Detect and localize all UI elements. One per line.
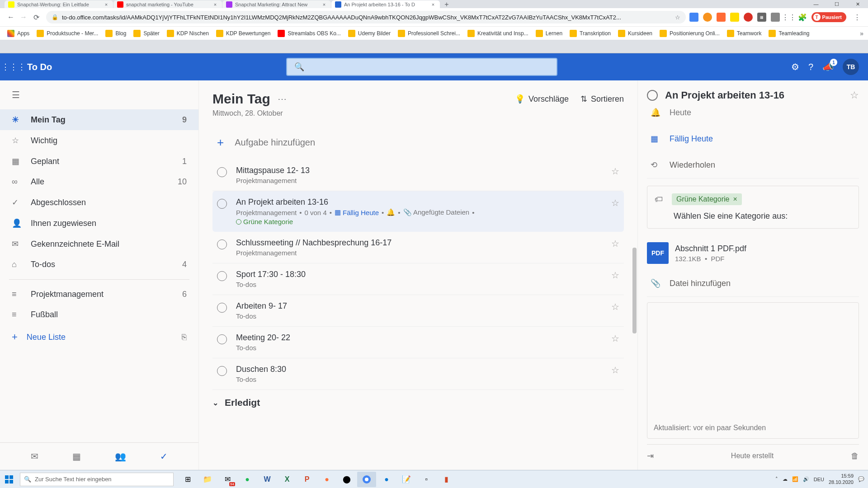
done-section-header[interactable]: ⌄Erledigt bbox=[212, 390, 624, 415]
close-window-button[interactable]: ✕ bbox=[847, 0, 868, 8]
reminder-text[interactable]: Heute bbox=[670, 108, 691, 117]
complete-checkbox[interactable] bbox=[647, 90, 658, 101]
complete-checkbox[interactable] bbox=[217, 334, 227, 344]
ext-puzzle-icon[interactable]: 🧩 bbox=[798, 13, 807, 22]
sidebar-item-important[interactable]: ☆Wichtig bbox=[0, 130, 198, 151]
notepad-icon[interactable]: 📝 bbox=[397, 472, 416, 487]
more-icon[interactable]: ⋯ bbox=[278, 94, 287, 104]
todo-icon[interactable]: ✓ bbox=[160, 451, 168, 462]
sidebar-item-completed[interactable]: ✓Abgeschlossen bbox=[0, 192, 198, 213]
complete-checkbox[interactable] bbox=[217, 239, 227, 249]
star-icon[interactable]: ☆ bbox=[675, 14, 680, 21]
suggestions-button[interactable]: 💡Vorschläge bbox=[515, 94, 569, 104]
sidebar-item-all[interactable]: ∞Alle10 bbox=[0, 172, 198, 192]
sidebar-item-todos[interactable]: ⌂To-dos4 bbox=[0, 254, 198, 275]
tray-chevron-icon[interactable]: ˄ bbox=[775, 476, 778, 482]
help-icon[interactable]: ? bbox=[808, 62, 813, 72]
complete-checkbox[interactable] bbox=[217, 199, 227, 209]
app-launcher-icon[interactable]: ⋮⋮⋮ bbox=[5, 58, 23, 76]
bookmark-item[interactable]: Udemy Bilder bbox=[345, 28, 393, 39]
star-icon[interactable]: ☆ bbox=[611, 333, 619, 344]
bookmark-item[interactable]: Streamlabs OBS Ko... bbox=[275, 28, 343, 39]
ext-icon[interactable]: ▦ bbox=[757, 13, 766, 22]
complete-checkbox[interactable] bbox=[217, 303, 227, 313]
star-icon[interactable]: ☆ bbox=[611, 197, 619, 208]
note-field[interactable]: Aktualisiert: vor ein paar Sekunden bbox=[647, 302, 859, 439]
app-icon[interactable]: ▮ bbox=[437, 472, 456, 487]
bookmark-item[interactable]: Später bbox=[131, 28, 162, 39]
ext-icon[interactable] bbox=[771, 13, 780, 22]
repeat-text[interactable]: Wiederholen bbox=[670, 160, 715, 170]
remove-category-icon[interactable]: × bbox=[733, 195, 737, 203]
bookmark-item[interactable]: Teamwork bbox=[724, 28, 764, 39]
category-prompt[interactable]: Wählen Sie eine Kategorie aus: bbox=[674, 211, 851, 221]
bookmark-item[interactable]: Blog bbox=[103, 28, 129, 39]
calendar-icon[interactable]: ▦ bbox=[72, 451, 81, 462]
settings-icon[interactable]: ⚙ bbox=[791, 61, 799, 72]
user-avatar[interactable]: TB bbox=[843, 59, 859, 75]
mail-icon[interactable]: ✉94 bbox=[218, 472, 237, 487]
delete-icon[interactable]: 🗑 bbox=[851, 451, 859, 461]
star-icon[interactable]: ☆ bbox=[611, 238, 619, 249]
task-item[interactable]: Duschen 8:30To-dos ☆ bbox=[212, 358, 624, 390]
sidebar-item-assigned[interactable]: 👤Ihnen zugewiesen bbox=[0, 213, 198, 234]
ext-icon[interactable]: ⋮⋮ bbox=[784, 13, 793, 22]
add-file-button[interactable]: Datei hinzufügen bbox=[670, 279, 731, 288]
bookmark-item[interactable]: Produktsuche - Mer... bbox=[34, 28, 101, 39]
ext-icon[interactable] bbox=[730, 13, 739, 22]
ext-icon[interactable] bbox=[744, 13, 753, 22]
people-icon[interactable]: 👥 bbox=[115, 451, 126, 462]
volume-icon[interactable]: 🔊 bbox=[803, 476, 809, 482]
user-profile-badge[interactable]: TPausiert bbox=[811, 12, 846, 22]
close-icon[interactable]: × bbox=[430, 1, 436, 8]
category-pill[interactable]: Grüne Kategorie× bbox=[672, 193, 742, 205]
close-icon[interactable]: × bbox=[212, 1, 218, 8]
hide-detail-icon[interactable]: ⇥ bbox=[647, 451, 654, 461]
bookmark-item[interactable]: KDP Nischen bbox=[164, 28, 212, 39]
tab-snapchat-ad[interactable]: Snapchat-Werbung: Ein Leitfade× bbox=[5, 0, 113, 8]
search-input[interactable]: 🔍 bbox=[286, 58, 557, 76]
bookmark-item[interactable]: Positionierung Onli... bbox=[657, 28, 722, 39]
minimize-button[interactable]: — bbox=[806, 0, 826, 8]
hamburger-icon[interactable]: ☰ bbox=[0, 80, 198, 109]
clock[interactable]: 15:5928.10.2020 bbox=[829, 473, 854, 485]
explorer-icon[interactable]: 📁 bbox=[198, 472, 217, 487]
edge-icon[interactable]: ● bbox=[377, 472, 396, 487]
bookmark-item[interactable]: KDP Bewertungen bbox=[213, 28, 274, 39]
megaphone-icon[interactable]: 📣1 bbox=[822, 61, 834, 72]
browser-menu[interactable]: ⋮ bbox=[851, 11, 863, 23]
apps-button[interactable]: Apps bbox=[5, 28, 32, 39]
back-button[interactable]: ← bbox=[5, 11, 17, 23]
start-button[interactable] bbox=[0, 470, 18, 488]
task-view-icon[interactable]: ⊞ bbox=[178, 472, 197, 487]
task-item[interactable]: Meeting 20- 22To-dos ☆ bbox=[212, 327, 624, 358]
attached-file[interactable]: PDF Abschnitt 1 PDF.pdf 132.1KB • PDF bbox=[647, 236, 859, 270]
bookmark-item[interactable]: Transkription bbox=[567, 28, 613, 39]
chrome-icon[interactable] bbox=[357, 472, 376, 487]
task-item[interactable]: An Projekt arbeiten 13-16 Projektmanagem… bbox=[212, 191, 624, 232]
bookmark-item[interactable]: Teamleading bbox=[766, 28, 812, 39]
app-icon[interactable]: ▫ bbox=[417, 472, 436, 487]
sort-button[interactable]: ⇅Sortieren bbox=[580, 94, 624, 104]
spotify-icon[interactable]: ● bbox=[238, 472, 257, 487]
new-list-button[interactable]: +Neue Liste⎘ bbox=[0, 325, 198, 349]
close-icon[interactable]: × bbox=[321, 1, 327, 8]
scrollbar-thumb[interactable] bbox=[632, 248, 637, 333]
word-icon[interactable]: W bbox=[258, 472, 277, 487]
add-task-input[interactable]: +Aufgabe hinzufügen bbox=[212, 129, 624, 156]
sidebar-list-projektmanagement[interactable]: ≡Projektmanagement6 bbox=[0, 284, 198, 305]
sidebar-item-myday[interactable]: ☀Mein Tag9 bbox=[0, 109, 198, 130]
tab-youtube[interactable]: snapchat marketing - YouTube× bbox=[113, 0, 222, 8]
ext-icon[interactable] bbox=[717, 13, 726, 22]
star-icon[interactable]: ☆ bbox=[611, 270, 619, 281]
obs-icon[interactable]: ⬤ bbox=[337, 472, 356, 487]
excel-icon[interactable]: X bbox=[278, 472, 297, 487]
mail-icon[interactable]: ✉ bbox=[31, 451, 38, 462]
task-item[interactable]: Arbeiten 9- 17To-dos ☆ bbox=[212, 295, 624, 327]
maximize-button[interactable]: ☐ bbox=[826, 0, 847, 8]
star-icon[interactable]: ☆ bbox=[611, 365, 619, 375]
star-icon[interactable]: ☆ bbox=[611, 166, 619, 177]
tab-todo[interactable]: An Projekt arbeiten 13-16 - To D× bbox=[331, 0, 440, 8]
sidebar-item-planned[interactable]: ▦Geplant1 bbox=[0, 151, 198, 172]
ext-icon[interactable] bbox=[689, 13, 698, 22]
